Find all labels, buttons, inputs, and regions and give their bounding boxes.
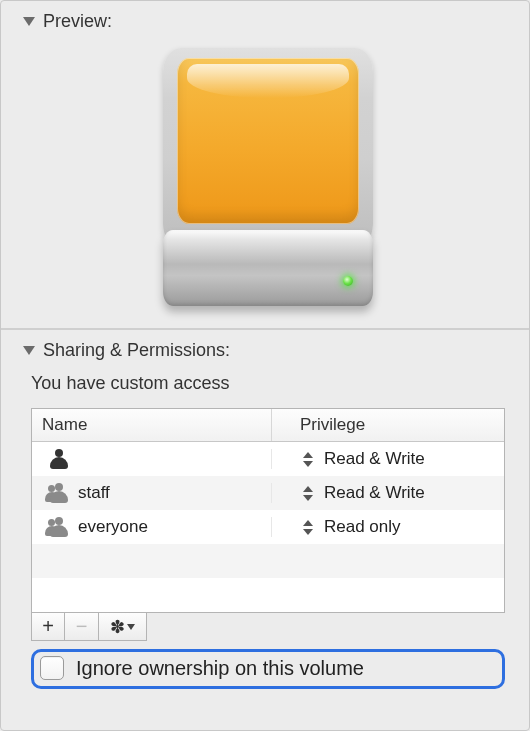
- privilege-stepper-icon[interactable]: [300, 518, 316, 536]
- sharing-section: Sharing & Permissions: You have custom a…: [1, 330, 529, 713]
- permissions-header: Name Privilege: [32, 409, 504, 442]
- name-label: everyone: [78, 517, 148, 537]
- access-status: You have custom access: [31, 373, 511, 394]
- name-cell: everyone: [32, 517, 272, 537]
- external-drive-icon: [163, 48, 373, 306]
- sharing-title: Sharing & Permissions:: [43, 340, 230, 361]
- preview-section: Preview:: [1, 1, 529, 330]
- privilege-cell[interactable]: Read & Write: [272, 449, 504, 469]
- chevron-down-icon: [127, 624, 135, 630]
- privilege-cell[interactable]: Read & Write: [272, 483, 504, 503]
- privilege-stepper-icon[interactable]: [300, 450, 316, 468]
- permissions-toolbar: + − ✽: [31, 613, 505, 641]
- gear-icon: ✽: [110, 618, 125, 636]
- drive-preview: [23, 32, 513, 306]
- preview-disclosure[interactable]: Preview:: [23, 11, 513, 32]
- preview-title: Preview:: [43, 11, 112, 32]
- name-label: staff: [78, 483, 110, 503]
- ignore-ownership-label: Ignore ownership on this volume: [76, 657, 364, 680]
- privilege-label: Read & Write: [324, 483, 425, 503]
- group-icon: [48, 483, 70, 503]
- disclosure-triangle-icon: [23, 17, 35, 26]
- column-privilege-header[interactable]: Privilege: [272, 409, 504, 441]
- table-row: [32, 544, 504, 578]
- ignore-ownership-checkbox[interactable]: [40, 656, 64, 680]
- minus-icon: −: [76, 615, 88, 638]
- table-row[interactable]: Read & Write: [32, 442, 504, 476]
- permissions-table: Name Privilege Read & WritestaffRead & W…: [31, 408, 505, 613]
- privilege-cell[interactable]: Read only: [272, 517, 504, 537]
- ignore-ownership-row[interactable]: Ignore ownership on this volume: [31, 649, 505, 689]
- disclosure-triangle-icon: [23, 346, 35, 355]
- privilege-label: Read & Write: [324, 449, 425, 469]
- add-button[interactable]: +: [31, 613, 65, 641]
- column-name-header[interactable]: Name: [32, 409, 272, 441]
- plus-icon: +: [42, 615, 54, 638]
- table-row[interactable]: everyoneRead only: [32, 510, 504, 544]
- remove-button: −: [65, 613, 99, 641]
- privilege-stepper-icon[interactable]: [300, 484, 316, 502]
- privilege-label: Read only: [324, 517, 401, 537]
- table-row: [32, 578, 504, 612]
- sharing-disclosure[interactable]: Sharing & Permissions:: [23, 340, 513, 361]
- action-menu-button[interactable]: ✽: [99, 613, 147, 641]
- name-cell: staff: [32, 483, 272, 503]
- user-icon: [48, 449, 70, 469]
- table-row[interactable]: staffRead & Write: [32, 476, 504, 510]
- group-icon: [48, 517, 70, 537]
- name-cell: [32, 449, 272, 469]
